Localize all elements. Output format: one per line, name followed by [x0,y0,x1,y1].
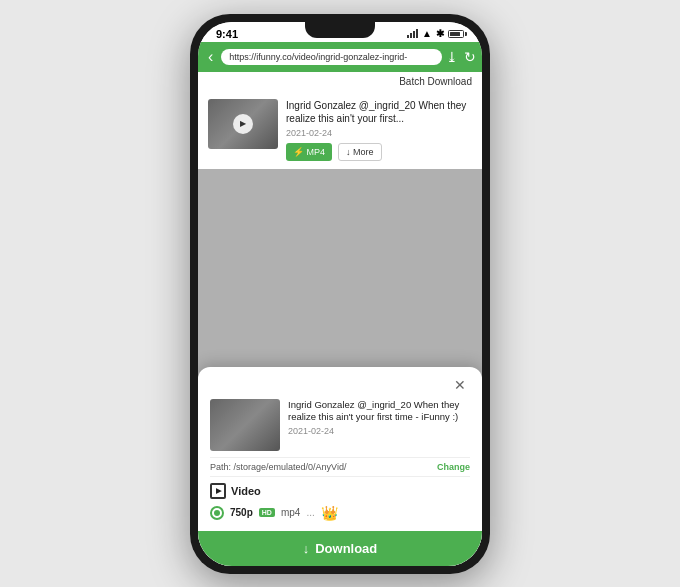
back-button[interactable]: ‹ [204,46,217,68]
wifi-icon: ▲ [422,28,432,39]
path-text: Path: /storage/emulated/0/AnyVid/ [210,462,346,472]
status-bar: 9:41 ▲ ✱ [198,22,482,42]
video-title: Ingrid Gonzalez @_ingrid_20 When they re… [286,99,472,125]
batch-download-bar: Batch Download [198,72,482,91]
more-button[interactable]: ↓ More [338,143,382,161]
sheet-info: Ingrid Gonzalez @_ingrid_20 When they re… [288,399,470,451]
mp4-button[interactable]: ⚡ MP4 [286,143,332,161]
download-label: Download [315,541,377,556]
video-date: 2021-02-24 [286,128,472,138]
signal-icon [407,29,418,38]
video-section-icon: ▶ [210,483,226,499]
url-bar[interactable]: https://ifunny.co/video/ingrid-gonzalez-… [221,49,442,65]
video-section-title: ▶ Video [210,483,470,499]
sheet-header: ✕ [210,377,470,393]
battery-icon [448,30,464,38]
format-label: mp4 [281,507,300,518]
sheet-video-row: Ingrid Gonzalez @_ingrid_20 When they re… [210,399,470,451]
status-time: 9:41 [216,28,238,40]
crown-icon: 👑 [321,505,338,521]
sheet-date: 2021-02-24 [288,426,470,436]
browser-action-icons: ⤓ ↻ [446,49,476,65]
change-button[interactable]: Change [437,462,470,472]
sheet-path-row: Path: /storage/emulated/0/AnyVid/ Change [210,457,470,477]
sheet-title: Ingrid Gonzalez @_ingrid_20 When they re… [288,399,470,424]
video-thumbnail: ▶ [208,99,278,149]
quality-radio[interactable] [210,506,224,520]
sheet-thumbnail [210,399,280,451]
close-button[interactable]: ✕ [450,377,470,393]
refresh-icon[interactable]: ↻ [464,49,476,65]
phone-screen: 9:41 ▲ ✱ ‹ https://ifunny.co/video/ingri… [198,22,482,566]
download-arrow-icon: ↓ [303,541,310,556]
quality-row: 750p HD mp4 ... 👑 [210,505,470,521]
video-info: Ingrid Gonzalez @_ingrid_20 When they re… [286,99,472,161]
main-content: Batch Download ▶ Ingrid Gonzalez @_ingri… [198,72,482,566]
dots-label: ... [306,507,314,518]
video-card: ▶ Ingrid Gonzalez @_ingrid_20 When they … [198,91,482,169]
hd-badge: HD [259,508,275,517]
browser-bar: ‹ https://ifunny.co/video/ingrid-gonzale… [198,42,482,72]
download-icon[interactable]: ⤓ [446,49,458,65]
download-button[interactable]: ↓ Download [198,531,482,566]
status-right-icons: ▲ ✱ [407,28,464,39]
section-label: Video [231,485,261,497]
batch-download-label: Batch Download [399,76,472,87]
phone-frame: 9:41 ▲ ✱ ‹ https://ifunny.co/video/ingri… [190,14,490,574]
notch [305,22,375,38]
bluetooth-icon: ✱ [436,28,444,39]
quality-label: 750p [230,507,253,518]
play-button[interactable]: ▶ [233,114,253,134]
radio-dot [214,510,220,516]
video-actions: ⚡ MP4 ↓ More [286,143,472,161]
bottom-sheet: ✕ Ingrid Gonzalez @_ingrid_20 When they … [198,367,482,566]
